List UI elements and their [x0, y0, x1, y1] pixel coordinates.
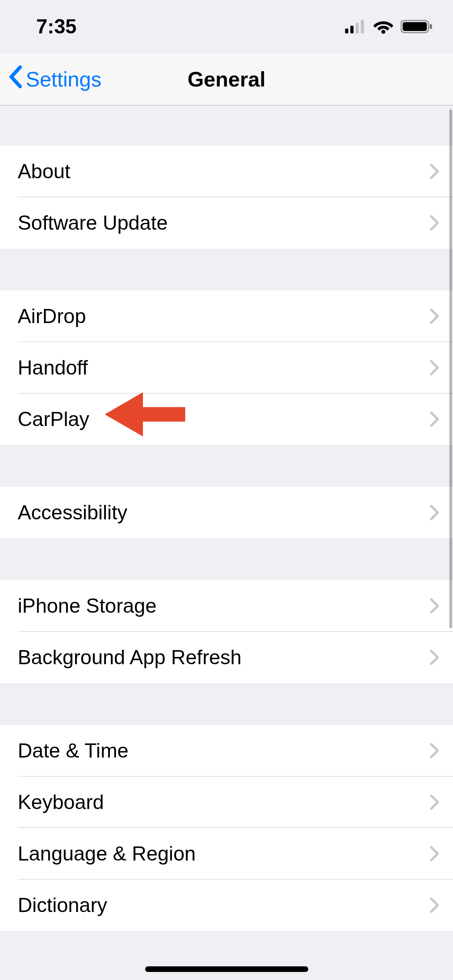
chevron-right-icon [430, 743, 453, 759]
chevron-right-icon [430, 794, 453, 810]
svg-rect-7 [430, 24, 432, 29]
row-label: AirDrop [18, 305, 430, 328]
svg-rect-1 [350, 26, 354, 33]
svg-rect-3 [361, 20, 364, 33]
settings-list[interactable]: AboutSoftware UpdateAirDropHandoffCarPla… [0, 105, 453, 980]
group-separator [0, 445, 453, 487]
svg-rect-0 [345, 29, 348, 33]
row-dictionary[interactable]: Dictionary [0, 879, 453, 931]
row-label: CarPlay [18, 408, 430, 431]
svg-rect-2 [356, 23, 359, 33]
group-separator [0, 249, 453, 290]
row-software-update[interactable]: Software Update [0, 197, 453, 249]
wifi-icon [373, 19, 393, 34]
back-label: Settings [26, 67, 101, 91]
row-label: Accessibility [18, 501, 430, 524]
battery-icon [401, 19, 433, 34]
row-language-region[interactable]: Language & Region [0, 828, 453, 879]
group-separator [0, 105, 453, 146]
row-label: Keyboard [18, 791, 430, 814]
row-label: About [18, 160, 430, 183]
back-button[interactable]: Settings [0, 65, 101, 94]
row-airdrop[interactable]: AirDrop [0, 290, 453, 342]
row-label: Date & Time [18, 739, 430, 762]
group-separator [0, 683, 453, 725]
group-separator [0, 538, 453, 580]
row-about[interactable]: About [0, 146, 453, 197]
chevron-right-icon [430, 897, 453, 913]
row-handoff[interactable]: Handoff [0, 342, 453, 393]
chevron-left-icon [8, 65, 23, 94]
cellular-signal-icon [345, 20, 366, 33]
row-accessibility[interactable]: Accessibility [0, 487, 453, 538]
row-label: iPhone Storage [18, 594, 430, 618]
chevron-right-icon [430, 846, 453, 862]
status-bar: 7:35 [0, 0, 453, 53]
navigation-bar: Settings General [0, 53, 453, 105]
status-right [345, 19, 433, 34]
row-label: Handoff [18, 356, 430, 379]
row-background-app-refresh[interactable]: Background App Refresh [0, 632, 453, 683]
row-iphone-storage[interactable]: iPhone Storage [0, 580, 453, 632]
row-label: Dictionary [18, 894, 430, 917]
row-keyboard[interactable]: Keyboard [0, 776, 453, 828]
svg-point-4 [381, 30, 385, 34]
home-indicator[interactable] [145, 966, 308, 972]
scroll-indicator [449, 109, 452, 628]
status-time: 7:35 [36, 15, 77, 38]
svg-rect-6 [403, 22, 427, 31]
row-label: Language & Region [18, 842, 430, 865]
row-carplay[interactable]: CarPlay [0, 393, 453, 445]
chevron-right-icon [430, 649, 453, 665]
row-date-time[interactable]: Date & Time [0, 725, 453, 776]
row-label: Background App Refresh [18, 646, 430, 669]
row-label: Software Update [18, 211, 430, 235]
